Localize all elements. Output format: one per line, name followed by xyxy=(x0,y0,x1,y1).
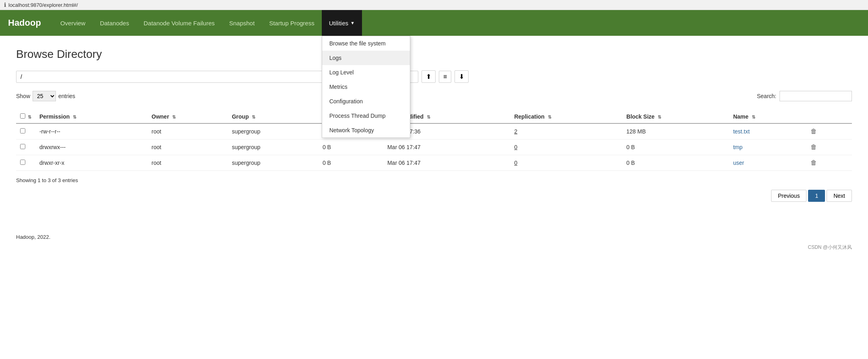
th-actions xyxy=(804,110,852,123)
download-btn[interactable]: ⬇ xyxy=(455,70,469,83)
dropdown-item-process-thread-dump[interactable]: Process Thread Dump xyxy=(322,109,410,123)
row-last-modified: Mar 06 17:47 xyxy=(383,155,510,171)
row-checkbox-cell xyxy=(16,123,35,139)
row-checkbox-cell xyxy=(16,155,35,171)
data-table: ⇅ Permission ⇅ Owner ⇅ Group ⇅ Size ⇅ xyxy=(16,110,852,171)
th-permission[interactable]: Permission ⇅ xyxy=(35,110,148,123)
row-checkbox[interactable] xyxy=(20,144,25,149)
row-block-size: 0 B xyxy=(622,139,729,155)
row-group: supergroup xyxy=(228,123,318,139)
row-size: 0 B xyxy=(319,155,383,171)
row-checkbox-cell xyxy=(16,139,35,155)
row-replication: 2 xyxy=(510,123,622,139)
nav-item-snapshot[interactable]: Snapshot xyxy=(222,10,262,36)
sort-icon-checkbox: ⇅ xyxy=(28,115,31,119)
address-bar: ℹ localhost:9870/explorer.html#/ xyxy=(0,0,868,10)
table-body: -rw-r--r-- root supergroup 14 B Mar 06 1… xyxy=(16,123,852,171)
entries-label: entries xyxy=(58,93,75,99)
dropdown-item-browse-file-system[interactable]: Browse the file system xyxy=(322,36,410,51)
dropdown-item-log-level[interactable]: Log Level xyxy=(322,65,410,80)
sort-icon-owner: ⇅ xyxy=(172,115,176,119)
show-entries-select[interactable]: 10 25 50 100 xyxy=(33,91,56,101)
sort-icon-permission: ⇅ xyxy=(73,115,76,119)
dropdown-item-metrics[interactable]: Metrics xyxy=(322,80,410,94)
footer-text: Hadoop, 2022. xyxy=(16,234,50,240)
search-label: Search: xyxy=(757,93,776,99)
page-title: Browse Directory xyxy=(16,48,852,61)
row-owner: root xyxy=(148,139,228,155)
navbar-brand[interactable]: Hadoop xyxy=(8,18,41,28)
delete-button[interactable]: 🗑 xyxy=(808,127,819,136)
footer: Hadoop, 2022. CSDN @小何又沐风 xyxy=(0,226,868,259)
url-text: localhost:9870/explorer.html#/ xyxy=(8,2,78,8)
next-button[interactable]: Next xyxy=(827,190,852,202)
nav-item-overview[interactable]: Overview xyxy=(53,10,93,36)
path-row: ⬆ ≡ ⬇ xyxy=(16,70,852,83)
list-btn[interactable]: ≡ xyxy=(439,71,451,83)
row-last-modified: Mar 06 17:47 xyxy=(383,139,510,155)
th-group[interactable]: Group ⇅ xyxy=(228,110,318,123)
nav-item-datanodes[interactable]: Datanodes xyxy=(93,10,136,36)
row-permission: drwxrwx--- xyxy=(35,139,148,155)
sort-icon-name: ⇅ xyxy=(752,115,755,119)
page-1-button[interactable]: 1 xyxy=(808,190,825,202)
table-row: drwxrwx--- root supergroup 0 B Mar 06 17… xyxy=(16,139,852,155)
row-block-size: 128 MB xyxy=(622,123,729,139)
delete-button[interactable]: 🗑 xyxy=(808,158,819,167)
row-delete-cell: 🗑 xyxy=(804,139,852,155)
table-row: -rw-r--r-- root supergroup 14 B Mar 06 1… xyxy=(16,123,852,139)
th-owner[interactable]: Owner ⇅ xyxy=(148,110,228,123)
row-group: supergroup xyxy=(228,139,318,155)
table-controls: Show 10 25 50 100 entries Search: xyxy=(16,91,852,107)
dropdown-item-configuration[interactable]: Configuration xyxy=(322,94,410,109)
previous-button[interactable]: Previous xyxy=(771,190,806,202)
nav-item-datanode-volume-failures[interactable]: Datanode Volume Failures xyxy=(136,10,222,36)
navbar: Hadoop Overview Datanodes Datanode Volum… xyxy=(0,10,868,36)
row-owner: root xyxy=(148,155,228,171)
row-name-link[interactable]: user xyxy=(733,160,744,166)
utilities-dropdown: Browse the file system Logs Log Level Me… xyxy=(322,36,410,138)
row-name: tmp xyxy=(729,139,804,155)
delete-button[interactable]: 🗑 xyxy=(808,143,819,152)
dropdown-item-logs[interactable]: Logs xyxy=(322,51,410,65)
row-delete-cell: 🗑 xyxy=(804,155,852,171)
row-name-link[interactable]: tmp xyxy=(733,144,743,150)
navbar-nav: Overview Datanodes Datanode Volume Failu… xyxy=(53,10,362,36)
row-replication: 0 xyxy=(510,139,622,155)
pagination-row: Previous 1 Next xyxy=(16,190,852,202)
row-checkbox[interactable] xyxy=(20,160,25,165)
th-replication[interactable]: Replication ⇅ xyxy=(510,110,622,123)
show-row: Show 10 25 50 100 entries xyxy=(16,91,75,101)
row-name-link[interactable]: test.txt xyxy=(733,128,750,135)
utilities-wrapper: Utilities ▼ Browse the file system Logs … xyxy=(322,10,362,36)
row-checkbox[interactable] xyxy=(20,128,25,133)
nav-item-utilities[interactable]: Utilities ▼ xyxy=(322,10,362,36)
row-name: test.txt xyxy=(729,123,804,139)
th-name[interactable]: Name ⇅ xyxy=(729,110,804,123)
main-content: Browse Directory ⬆ ≡ ⬇ Show 10 25 50 100… xyxy=(0,36,868,214)
info-icon: ℹ xyxy=(4,2,6,8)
search-input[interactable] xyxy=(780,91,852,101)
row-block-size: 0 B xyxy=(622,155,729,171)
row-permission: -rw-r--r-- xyxy=(35,123,148,139)
row-group: supergroup xyxy=(228,155,318,171)
dropdown-item-network-topology[interactable]: Network Topology xyxy=(322,123,410,137)
row-name: user xyxy=(729,155,804,171)
table-row: drwxr-xr-x root supergroup 0 B Mar 06 17… xyxy=(16,155,852,171)
show-label: Show xyxy=(16,93,30,99)
select-all-checkbox[interactable] xyxy=(20,113,25,119)
footer-watermark: CSDN @小何又沐风 xyxy=(16,244,852,251)
sort-icon-last-modified: ⇅ xyxy=(427,115,430,119)
showing-text: Showing 1 to 3 of 3 entries xyxy=(16,177,852,183)
upload-btn[interactable]: ⬆ xyxy=(422,70,436,83)
row-permission: drwxr-xr-x xyxy=(35,155,148,171)
nav-item-startup-progress[interactable]: Startup Progress xyxy=(262,10,322,36)
utilities-caret: ▼ xyxy=(350,21,355,25)
th-block-size[interactable]: Block Size ⇅ xyxy=(622,110,729,123)
sort-icon-group: ⇅ xyxy=(252,115,255,119)
row-owner: root xyxy=(148,123,228,139)
row-size: 0 B xyxy=(319,139,383,155)
row-replication: 0 xyxy=(510,155,622,171)
sort-icon-block-size: ⇅ xyxy=(658,115,661,119)
th-checkbox: ⇅ xyxy=(16,110,35,123)
